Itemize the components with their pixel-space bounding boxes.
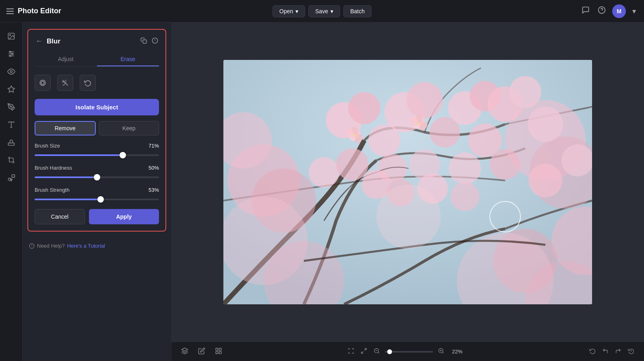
svg-point-48 (309, 157, 339, 188)
redo-button[interactable] (613, 346, 623, 357)
svg-point-3 (9, 35, 10, 36)
sidebar-icon-effects[interactable] (4, 82, 19, 96)
batch-button[interactable]: Batch (343, 5, 372, 17)
bottom-bar: 22% (171, 342, 644, 361)
help-section: Need Help? Here's a Tutorial (23, 238, 171, 254)
avatar-button[interactable]: M (612, 4, 626, 18)
topbar-right: M ▾ (372, 4, 638, 18)
help-icon-button[interactable] (596, 4, 607, 18)
brush-strength-value: 53% (149, 187, 159, 193)
sidebar-icon-shapes[interactable] (4, 170, 19, 185)
account-arrow-icon[interactable]: ▾ (631, 5, 638, 17)
panel: ← Blur (23, 23, 171, 361)
bottom-bar-right (588, 346, 636, 357)
svg-rect-82 (216, 351, 218, 353)
sidebar-icon-eye[interactable] (4, 64, 19, 79)
svg-point-23 (40, 80, 45, 86)
svg-point-7 (9, 51, 10, 52)
svg-line-89 (442, 352, 444, 353)
cancel-button[interactable]: Cancel (35, 209, 85, 224)
tab-adjust[interactable]: Adjust (35, 53, 97, 66)
refresh-icon-button[interactable] (588, 346, 597, 357)
svg-point-39 (407, 82, 443, 118)
zoom-level: 22% (449, 349, 465, 355)
canvas-container[interactable] (171, 23, 644, 342)
keep-button[interactable]: Keep (99, 121, 159, 135)
panel-header: ← Blur (35, 36, 159, 46)
sidebar-icon-brush[interactable] (4, 100, 19, 114)
svg-point-45 (429, 117, 460, 148)
info-panel-button[interactable] (151, 37, 159, 46)
sidebar-icon-crop[interactable] (4, 153, 19, 167)
help-text-label: Need Help? (37, 243, 65, 249)
grid-icon-button[interactable] (213, 346, 224, 358)
svg-rect-15 (8, 143, 14, 146)
hamburger-menu-icon[interactable] (6, 8, 14, 14)
brush-hardness-value: 50% (149, 165, 159, 171)
svg-point-37 (348, 92, 380, 124)
sidebar-icon-adjustments[interactable] (4, 47, 19, 61)
tool-icon-magic[interactable] (57, 75, 73, 91)
brush-hardness-slider-track[interactable] (35, 173, 159, 181)
zoom-in-button[interactable] (436, 346, 446, 357)
brush-size-slider-track[interactable] (35, 151, 159, 159)
svg-point-8 (11, 53, 12, 54)
zoom-out-button[interactable] (372, 346, 382, 357)
fullscreen-icon-button[interactable] (346, 346, 356, 357)
panel-title: Blur (47, 37, 60, 45)
icon-sidebar (0, 23, 23, 361)
sidebar-icon-stamp[interactable] (4, 135, 19, 150)
svg-point-44 (368, 124, 400, 156)
main-image[interactable] (223, 60, 592, 304)
isolate-subject-button[interactable]: Isolate Subject (35, 99, 159, 115)
panel-header-left: ← Blur (35, 36, 60, 46)
svg-line-83 (364, 349, 366, 351)
svg-point-43 (509, 76, 541, 108)
history-button[interactable] (626, 346, 636, 357)
svg-point-67 (418, 122, 420, 125)
bottom-bar-left (180, 346, 224, 358)
chat-icon-button[interactable] (580, 4, 591, 18)
svg-marker-17 (12, 175, 14, 178)
svg-marker-78 (182, 348, 188, 351)
svg-point-61 (353, 134, 356, 137)
brush-size-slider-row: Brush Size 71% (35, 143, 159, 159)
copy-panel-button[interactable] (140, 37, 148, 46)
undo-button[interactable] (601, 346, 610, 357)
svg-point-54 (528, 164, 562, 197)
back-button[interactable]: ← (35, 36, 43, 46)
open-button[interactable]: Open ▾ (272, 5, 305, 17)
svg-point-53 (490, 149, 520, 180)
brush-size-value: 71% (149, 143, 159, 149)
help-tutorial-link[interactable]: Here's a Tutorial (67, 243, 105, 249)
svg-point-24 (41, 81, 44, 84)
sidebar-icon-text[interactable] (4, 117, 19, 132)
brush-hardness-slider-row: Brush Hardness 50% (35, 165, 159, 181)
svg-rect-79 (216, 348, 218, 350)
layers-icon-button[interactable] (180, 346, 190, 358)
tool-icon-reset[interactable] (80, 75, 96, 91)
brush-strength-slider-row: Brush Strength 53% (35, 187, 159, 203)
svg-point-76 (376, 185, 441, 249)
tab-erase[interactable]: Erase (97, 53, 159, 66)
app-title: Photo Editor (18, 7, 61, 15)
topbar: Photo Editor Open ▾ Save ▾ Batch M ▾ (0, 0, 644, 23)
brush-hardness-label: Brush Hardness (35, 165, 72, 171)
brush-strength-label: Brush Strength (35, 187, 70, 193)
apply-button[interactable]: Apply (89, 209, 159, 224)
tabs: Adjust Erase (35, 53, 159, 67)
sidebar-icon-image[interactable] (4, 29, 19, 43)
edit-icon-button[interactable] (196, 346, 207, 358)
crop-zoom-icon-button[interactable] (359, 346, 369, 357)
main-area: ← Blur (0, 23, 644, 361)
svg-marker-18 (10, 179, 12, 181)
remove-button[interactable]: Remove (35, 121, 96, 135)
svg-marker-11 (8, 86, 14, 92)
svg-point-9 (9, 55, 10, 56)
brush-strength-slider-track[interactable] (35, 195, 159, 203)
tool-icons-row (35, 73, 159, 92)
tool-icon-circle[interactable] (35, 75, 51, 91)
save-button[interactable]: Save ▾ (308, 5, 340, 17)
svg-point-47 (528, 107, 563, 142)
zoom-slider[interactable] (385, 351, 433, 353)
